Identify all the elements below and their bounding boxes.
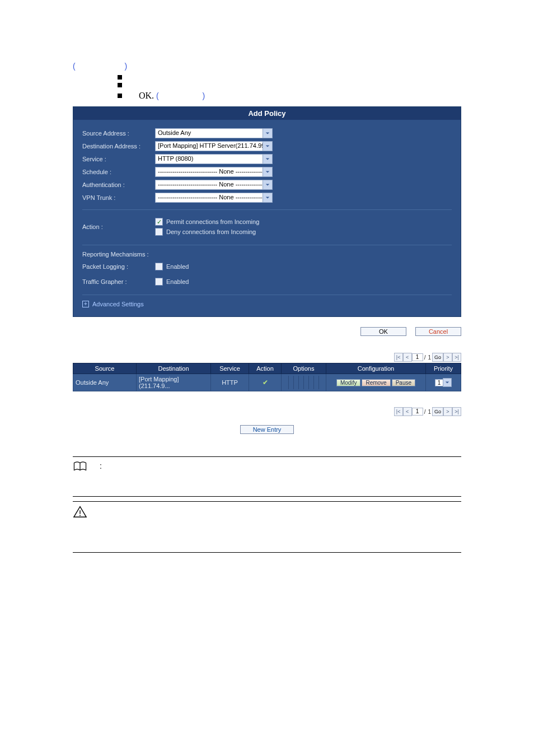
- select-authentication[interactable]: ----------------------------- None -----…: [155, 180, 273, 190]
- row-action: Action : Permit connections from Incomin…: [82, 216, 452, 238]
- checkbox-traffic-grapher[interactable]: [155, 278, 163, 286]
- svg-point-2: [79, 515, 81, 516]
- row-destination-address: Destination Address : [Port Mapping] HTT…: [82, 141, 452, 151]
- th-source: Source: [73, 363, 137, 374]
- cell-options: [282, 374, 326, 391]
- bullet-icon: [118, 75, 122, 80]
- select-source-address[interactable]: Outside Any: [155, 128, 273, 138]
- policy-table: Source Destination Service Action Option…: [73, 363, 461, 391]
- checkbox-deny[interactable]: [155, 228, 163, 236]
- label-destination-address: Destination Address :: [82, 143, 155, 150]
- pager-go-button[interactable]: Go: [432, 407, 443, 416]
- note-book-text: :: [100, 460, 102, 470]
- chevron-down-icon[interactable]: [263, 167, 273, 177]
- traffic-grapher-enabled: Enabled: [166, 278, 189, 285]
- label-vpn-trunk: VPN Trunk :: [82, 194, 155, 201]
- pager-last-icon[interactable]: >|: [452, 353, 461, 362]
- pager-prev-icon[interactable]: <: [403, 353, 412, 362]
- cell-action: ✔: [249, 374, 282, 391]
- book-icon: [73, 460, 88, 474]
- packet-logging-enabled: Enabled: [166, 263, 189, 270]
- check-icon: ✔: [263, 379, 268, 386]
- note-warning: [73, 505, 461, 553]
- pager-last-icon[interactable]: >|: [452, 407, 461, 416]
- checkbox-permit[interactable]: [155, 218, 163, 226]
- advanced-settings-label: Advanced Settings: [92, 301, 144, 307]
- chevron-down-icon[interactable]: [263, 180, 273, 190]
- th-options: Options: [282, 363, 326, 374]
- row-source-address: Source Address : Outside Any: [82, 128, 452, 138]
- pager-page-input[interactable]: 1: [412, 408, 423, 416]
- checkbox-packet-logging[interactable]: [155, 263, 163, 270]
- label-source-address: Source Address :: [82, 130, 155, 137]
- bullet-icon: [118, 83, 122, 87]
- new-entry-button[interactable]: New Entry: [240, 425, 294, 434]
- priority-select[interactable]: 1: [428, 378, 458, 387]
- advanced-settings-toggle[interactable]: + Advanced Settings: [82, 301, 452, 307]
- row-authentication: Authentication : -----------------------…: [82, 180, 452, 190]
- permit-label: Permit connections from Incoming: [166, 218, 259, 225]
- chevron-down-icon[interactable]: [263, 154, 273, 164]
- cell-source: Outside Any: [73, 374, 137, 391]
- pause-button[interactable]: Pause: [392, 379, 415, 386]
- pager-next-icon[interactable]: >: [443, 407, 452, 416]
- row-service: Service : HTTP (8080): [82, 154, 452, 164]
- bullets-list: OK. ( ): [118, 75, 461, 101]
- cell-service: HTTP: [211, 374, 249, 391]
- remove-button[interactable]: Remove: [362, 379, 390, 386]
- ok-label: OK.: [139, 91, 154, 100]
- deny-label: Deny connections from Incoming: [166, 228, 256, 235]
- label-reporting: Reporting Mechanisms :: [82, 251, 149, 258]
- label-traffic-grapher: Traffic Grapher :: [82, 278, 155, 285]
- cancel-button[interactable]: Cancel: [415, 327, 461, 336]
- select-destination-address[interactable]: [Port Mapping] HTTP Server(211.74.99.122…: [155, 141, 273, 151]
- panel-title: Add Policy: [73, 107, 461, 120]
- cell-configuration: Modify Remove Pause: [326, 374, 426, 391]
- th-configuration: Configuration: [326, 363, 426, 374]
- select-service[interactable]: HTTP (8080): [155, 154, 273, 164]
- label-action: Action :: [82, 223, 155, 230]
- pager-top: |< < 1 / 1 Go > >|: [73, 353, 461, 362]
- pager-first-icon[interactable]: |<: [394, 407, 403, 416]
- bullet-icon: [118, 94, 122, 98]
- chevron-down-icon[interactable]: [443, 378, 452, 387]
- th-service: Service: [211, 363, 249, 374]
- label-service: Service :: [82, 156, 155, 162]
- select-schedule[interactable]: ----------------------------- None -----…: [155, 167, 273, 177]
- bullet-text-3: OK. ( ): [139, 91, 205, 101]
- modify-button[interactable]: Modify: [336, 379, 360, 386]
- row-reporting-heading: Reporting Mechanisms :: [82, 251, 452, 258]
- chevron-down-icon[interactable]: [263, 128, 273, 138]
- add-policy-panel: Add Policy Source Address : Outside Any …: [73, 106, 461, 317]
- label-packet-logging: Packet Logging :: [82, 263, 155, 270]
- row-traffic-grapher: Traffic Grapher : Enabled: [82, 276, 452, 288]
- plus-icon: +: [82, 301, 89, 307]
- note-book: :: [73, 460, 461, 497]
- th-priority: Priority: [426, 363, 461, 374]
- warning-icon: [73, 505, 88, 519]
- step-line: ( ): [73, 62, 461, 71]
- row-packet-logging: Packet Logging : Enabled: [82, 260, 452, 273]
- cell-destination: [Port Mapping](211.74.9...: [137, 374, 211, 391]
- th-destination: Destination: [137, 363, 211, 374]
- select-vpn-trunk[interactable]: ----------------------------- None -----…: [155, 193, 273, 203]
- row-schedule: Schedule : -----------------------------…: [82, 167, 452, 177]
- table-row[interactable]: Outside Any [Port Mapping](211.74.9... H…: [73, 374, 461, 391]
- row-vpn-trunk: VPN Trunk : ----------------------------…: [82, 193, 452, 203]
- pager-first-icon[interactable]: |<: [394, 353, 403, 362]
- label-schedule: Schedule :: [82, 169, 155, 175]
- pager-page-input[interactable]: 1: [412, 353, 423, 361]
- pager-go-button[interactable]: Go: [432, 353, 443, 362]
- chevron-down-icon[interactable]: [263, 193, 273, 203]
- chevron-down-icon[interactable]: [263, 141, 273, 151]
- th-action: Action: [249, 363, 282, 374]
- pager-prev-icon[interactable]: <: [403, 407, 412, 416]
- pager-next-icon[interactable]: >: [443, 353, 452, 362]
- pager-bottom: |< < 1 / 1 Go > >|: [73, 407, 461, 416]
- cell-priority: 1: [426, 374, 461, 391]
- label-authentication: Authentication :: [82, 181, 155, 188]
- ok-button[interactable]: OK: [360, 327, 406, 336]
